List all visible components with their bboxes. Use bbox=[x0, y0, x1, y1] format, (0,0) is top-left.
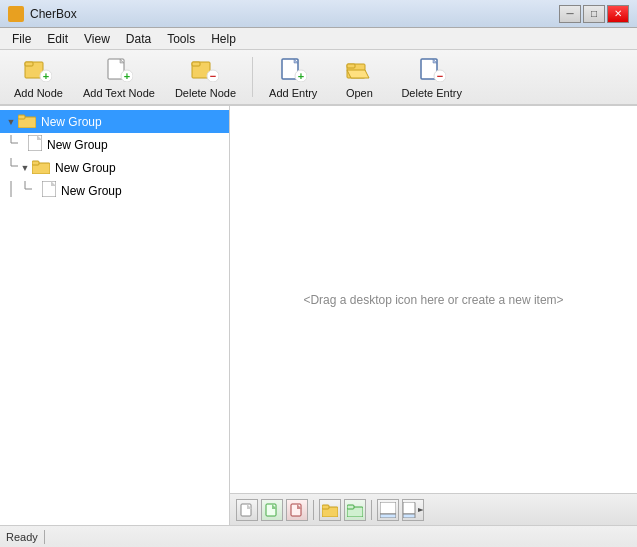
menu-view[interactable]: View bbox=[76, 30, 118, 48]
svg-rect-9 bbox=[192, 62, 200, 66]
svg-rect-44 bbox=[322, 505, 329, 509]
delete-node-icon: − bbox=[191, 56, 219, 85]
delete-entry-button[interactable]: − Delete Entry bbox=[393, 52, 470, 103]
tree-label-4: New Group bbox=[61, 184, 122, 198]
indent-2 bbox=[4, 135, 18, 154]
minimize-button[interactable]: ─ bbox=[559, 5, 581, 23]
doc-icon-2 bbox=[28, 135, 42, 154]
drag-hint-area: <Drag a desktop icon here or create a ne… bbox=[230, 106, 637, 493]
svg-text:+: + bbox=[298, 70, 304, 82]
status-bar: Ready bbox=[0, 525, 637, 547]
bottom-btn-folder1[interactable] bbox=[319, 499, 341, 521]
svg-rect-47 bbox=[380, 502, 396, 514]
svg-rect-50 bbox=[403, 514, 415, 518]
svg-rect-1 bbox=[25, 62, 33, 66]
tree-item-4[interactable]: New Group bbox=[0, 179, 229, 202]
svg-rect-26 bbox=[28, 135, 42, 151]
indent-3 bbox=[4, 158, 18, 177]
svg-rect-37 bbox=[241, 504, 251, 516]
add-text-node-label: Add Text Node bbox=[83, 87, 155, 99]
add-text-node-button[interactable]: + Add Text Node bbox=[75, 52, 163, 103]
open-icon bbox=[345, 56, 373, 85]
delete-entry-icon: − bbox=[418, 56, 446, 85]
open-label: Open bbox=[346, 87, 373, 99]
toolbar-separator-1 bbox=[252, 57, 253, 97]
menu-tools[interactable]: Tools bbox=[159, 30, 203, 48]
right-bottom-toolbar bbox=[230, 493, 637, 525]
svg-rect-31 bbox=[32, 161, 39, 165]
bottom-btn-settings[interactable] bbox=[377, 499, 399, 521]
status-separator bbox=[44, 530, 45, 544]
svg-rect-49 bbox=[403, 502, 415, 514]
svg-text:−: − bbox=[210, 70, 216, 82]
expand-2 bbox=[18, 138, 28, 152]
doc-icon-4 bbox=[42, 181, 56, 200]
tree-label-1: New Group bbox=[41, 115, 102, 129]
toolbar: + Add Node + Add Text Node − Delete No bbox=[0, 50, 637, 106]
app-icon bbox=[8, 6, 24, 22]
title-bar: CherBox ─ □ ✕ bbox=[0, 0, 637, 28]
maximize-button[interactable]: □ bbox=[583, 5, 605, 23]
indent-4 bbox=[4, 181, 32, 200]
svg-rect-17 bbox=[347, 64, 355, 68]
add-entry-button[interactable]: + Add Entry bbox=[261, 52, 325, 103]
folder-icon-1 bbox=[18, 112, 36, 131]
folder-icon-3 bbox=[32, 158, 50, 177]
open-button[interactable]: Open bbox=[329, 52, 389, 103]
bottom-btn-doc2[interactable] bbox=[261, 499, 283, 521]
tree-item-1[interactable]: ▼ New Group bbox=[0, 110, 229, 133]
tree-panel[interactable]: ▼ New Group New Group bbox=[0, 106, 230, 525]
tree-item-2[interactable]: New Group bbox=[0, 133, 229, 156]
expand-1[interactable]: ▼ bbox=[4, 115, 18, 129]
bottom-btn-doc1[interactable] bbox=[236, 499, 258, 521]
close-button[interactable]: ✕ bbox=[607, 5, 629, 23]
menu-file[interactable]: File bbox=[4, 30, 39, 48]
drag-hint-text: <Drag a desktop icon here or create a ne… bbox=[303, 293, 563, 307]
add-node-label: Add Node bbox=[14, 87, 63, 99]
svg-rect-48 bbox=[380, 514, 396, 518]
add-node-icon: + bbox=[24, 56, 52, 85]
main-area: ▼ New Group New Group bbox=[0, 106, 637, 525]
delete-entry-label: Delete Entry bbox=[401, 87, 462, 99]
tree-item-3[interactable]: ▼ New Group bbox=[0, 156, 229, 179]
expand-4 bbox=[32, 184, 42, 198]
tree-label-2: New Group bbox=[47, 138, 108, 152]
menu-edit[interactable]: Edit bbox=[39, 30, 76, 48]
svg-text:+: + bbox=[43, 70, 49, 82]
menu-data[interactable]: Data bbox=[118, 30, 159, 48]
right-panel: <Drag a desktop icon here or create a ne… bbox=[230, 106, 637, 525]
bottom-sep-2 bbox=[371, 500, 372, 520]
svg-rect-35 bbox=[42, 181, 56, 197]
svg-text:−: − bbox=[436, 70, 442, 82]
status-text: Ready bbox=[6, 531, 38, 543]
add-node-button[interactable]: + Add Node bbox=[6, 52, 71, 103]
add-entry-icon: + bbox=[279, 56, 307, 85]
svg-rect-39 bbox=[266, 504, 276, 516]
svg-rect-46 bbox=[347, 505, 354, 509]
svg-text:+: + bbox=[124, 70, 130, 82]
expand-3[interactable]: ▼ bbox=[18, 161, 32, 175]
svg-marker-51 bbox=[418, 508, 423, 512]
delete-node-button[interactable]: − Delete Node bbox=[167, 52, 244, 103]
app-title: CherBox bbox=[30, 7, 77, 21]
svg-rect-23 bbox=[18, 115, 25, 119]
add-text-node-icon: + bbox=[105, 56, 133, 85]
tree-label-3: New Group bbox=[55, 161, 116, 175]
bottom-btn-folder2[interactable] bbox=[344, 499, 366, 521]
bottom-btn-arrow[interactable] bbox=[402, 499, 424, 521]
menu-help[interactable]: Help bbox=[203, 30, 244, 48]
svg-rect-41 bbox=[291, 504, 301, 516]
delete-node-label: Delete Node bbox=[175, 87, 236, 99]
title-bar-left: CherBox bbox=[8, 6, 77, 22]
menu-bar: File Edit View Data Tools Help bbox=[0, 28, 637, 50]
bottom-btn-doc3[interactable] bbox=[286, 499, 308, 521]
window-controls[interactable]: ─ □ ✕ bbox=[559, 5, 629, 23]
add-entry-label: Add Entry bbox=[269, 87, 317, 99]
bottom-sep-1 bbox=[313, 500, 314, 520]
